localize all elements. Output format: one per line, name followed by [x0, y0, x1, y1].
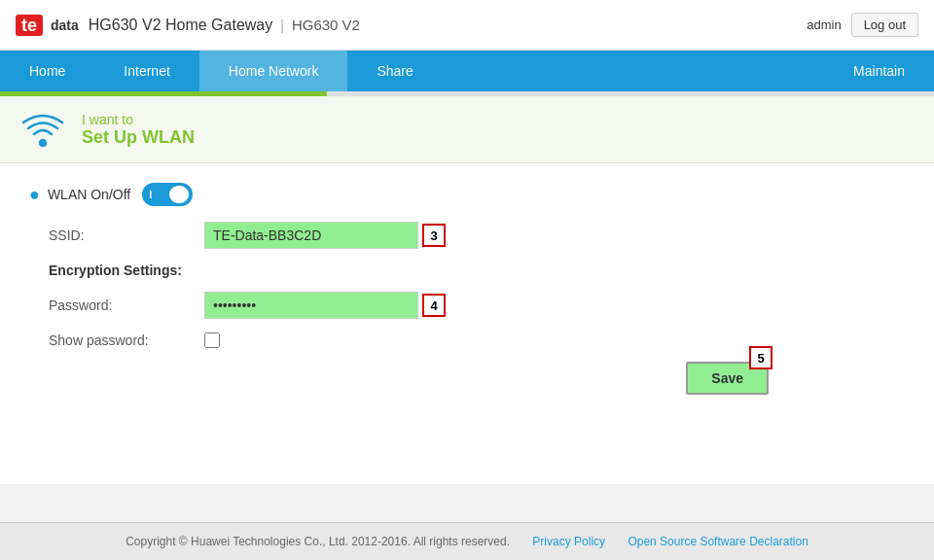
show-password-label: Show password:: [49, 332, 204, 348]
svg-point-0: [40, 140, 46, 146]
encryption-label: Encryption Settings:: [49, 262, 204, 278]
save-step-badge: 5: [749, 346, 772, 369]
footer-links: Privacy Policy Open Source Software Decl…: [513, 535, 808, 548]
save-wrapper: 5 Save: [686, 362, 769, 395]
save-area: 5 Save: [29, 362, 905, 395]
nav-home-network[interactable]: Home Network: [199, 51, 348, 91]
footer: Copyright © Huawei Technologies Co., Ltd…: [0, 522, 934, 560]
footer-open-source[interactable]: Open Source Software Declaration: [628, 535, 808, 548]
admin-label: admin: [807, 18, 841, 32]
banner-i-want: I want to: [82, 112, 195, 127]
wifi-icon: [19, 106, 66, 153]
logout-button[interactable]: Log out: [851, 13, 918, 37]
content-area: ● WLAN On/Off I SSID: 3 Encryption Setti…: [0, 163, 934, 484]
nav-maintain[interactable]: Maintain: [824, 51, 934, 91]
wlan-toggle-row: ● WLAN On/Off I: [29, 183, 905, 206]
header-model: HG630 V2: [292, 17, 360, 33]
password-input[interactable]: [204, 292, 418, 319]
toggle-thumb: [169, 186, 189, 203]
password-label: Password:: [49, 298, 204, 313]
ssid-input-wrapper: 3: [204, 222, 446, 249]
password-row: Password: 4: [29, 292, 905, 319]
footer-copyright: Copyright © Huawei Technologies Co., Ltd…: [126, 535, 510, 548]
show-password-row: Show password:: [29, 332, 905, 348]
footer-privacy-policy[interactable]: Privacy Policy: [532, 535, 605, 548]
nav-home[interactable]: Home: [0, 51, 94, 91]
logo-data: data: [51, 18, 79, 33]
wlan-bullet: ●: [29, 185, 40, 205]
page-banner: I want to Set Up WLAN: [0, 96, 934, 163]
ssid-input[interactable]: [204, 222, 418, 249]
ssid-label: SSID:: [49, 228, 204, 243]
toggle-on-text: I: [149, 189, 152, 200]
banner-text: I want to Set Up WLAN: [82, 112, 195, 148]
logo-area: tedata: [16, 15, 79, 36]
password-input-wrapper: 4: [204, 292, 446, 319]
main-nav: Home Internet Home Network Share Maintai…: [0, 51, 934, 91]
show-password-checkbox[interactable]: [204, 332, 220, 348]
header-divider: |: [280, 18, 284, 33]
ssid-row: SSID: 3: [29, 222, 905, 249]
wlan-on-off-label: WLAN On/Off: [48, 187, 130, 202]
ssid-step-badge: 3: [422, 224, 446, 247]
nav-spacer: [443, 51, 824, 91]
nav-internet[interactable]: Internet: [94, 51, 198, 91]
logo-te: te: [16, 15, 43, 36]
header-right: admin Log out: [807, 13, 918, 37]
encryption-row: Encryption Settings:: [29, 262, 905, 278]
banner-setup-title: Set Up WLAN: [82, 127, 195, 148]
password-step-badge: 4: [422, 294, 446, 317]
wlan-toggle[interactable]: I: [142, 183, 193, 206]
header-title: HG630 V2 Home Gateway: [89, 17, 272, 34]
header: tedata HG630 V2 Home Gateway | HG630 V2 …: [0, 0, 934, 51]
nav-share[interactable]: Share: [347, 51, 442, 91]
